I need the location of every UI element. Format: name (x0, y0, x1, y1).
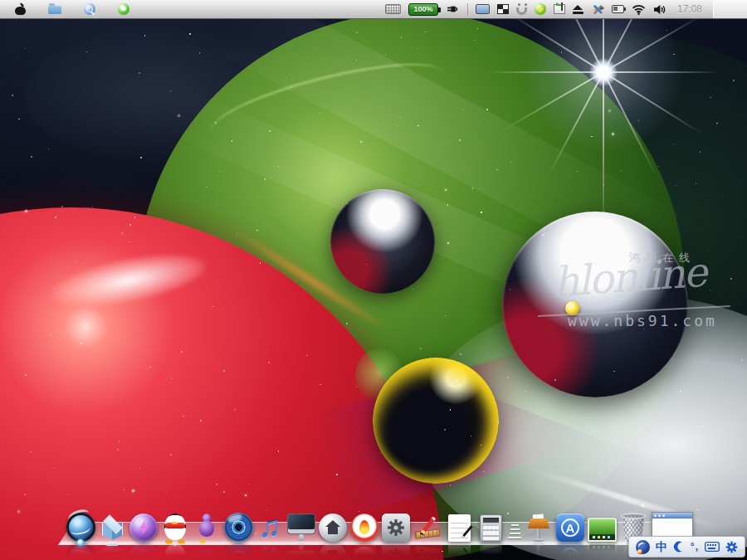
imac-icon (286, 514, 316, 542)
ime-chinese-mode[interactable]: 中 (656, 541, 667, 553)
battery-small-icon[interactable] (612, 5, 624, 13)
dock-item-purple-bird-app[interactable] (191, 502, 222, 542)
brush-input-icon[interactable] (591, 4, 604, 15)
messenger-icon[interactable] (118, 3, 129, 15)
spaces-grid-icon[interactable] (497, 4, 509, 14)
pencil-ruler-icon (413, 517, 442, 542)
running-app-indicator (77, 539, 84, 546)
dock-item-purple-orb-app[interactable] (128, 502, 159, 542)
menu-bar-left (0, 3, 129, 15)
magnet-icon[interactable] (516, 7, 527, 15)
virtualbox-cube-icon (101, 519, 123, 542)
finder-folder-icon[interactable] (48, 5, 61, 14)
lightning-bolt-icon (139, 520, 149, 535)
dock-item-disc-burner[interactable] (349, 502, 380, 542)
music-note-icon: ♫ (259, 509, 281, 543)
battery-percentage: 100% (413, 5, 432, 13)
flame-burner-icon (350, 514, 378, 542)
menu-bar: 100% (0, 0, 747, 19)
yellow-black-ball (373, 358, 499, 484)
textedit-paper-icon (448, 514, 471, 542)
dock-item-media-player[interactable] (222, 502, 254, 542)
menu-bar-status: 100% (385, 0, 747, 18)
dock-item-textedit[interactable] (443, 502, 475, 542)
settings-gear-icon[interactable] (725, 541, 738, 553)
software-update-icon[interactable] (535, 3, 546, 15)
dock-item-qq-messenger[interactable] (159, 502, 191, 542)
dock-item-virtualbox[interactable] (96, 502, 128, 542)
calculator-icon (480, 514, 502, 542)
desktop-screen: 鸿利在线 hlonline www.nbs91.com 100% (0, 0, 747, 560)
eject-icon[interactable] (573, 5, 583, 14)
dock-item-green-photo-folder[interactable] (586, 502, 618, 542)
purple-bird-icon (196, 514, 217, 542)
home-icon (319, 514, 347, 542)
dock-icons: ♫ (65, 502, 696, 542)
qq-penguin-icon (163, 512, 188, 542)
dock-item-imac-display[interactable] (286, 502, 317, 542)
dock-item-home[interactable] (317, 502, 349, 542)
apple-menu-icon[interactable] (15, 4, 26, 15)
keyboard-layout-icon[interactable] (385, 4, 401, 14)
keynote-podium-icon (526, 514, 551, 542)
green-landscape-icon (588, 518, 617, 542)
dock-item-itunes[interactable]: ♫ (254, 502, 286, 542)
battery-indicator[interactable]: 100% (408, 3, 438, 16)
media-disc-icon (224, 513, 253, 542)
app-store-icon: A (556, 514, 584, 542)
purple-orb-icon (129, 514, 158, 542)
chrome-ball-large (502, 212, 688, 397)
menu-divider (467, 3, 468, 15)
desktop-wallpaper: 鸿利在线 hlonline www.nbs91.com (0, 0, 747, 560)
dock-item-system-preferences[interactable] (380, 502, 412, 542)
dock-item-calculator[interactable] (475, 502, 506, 542)
dock-separator (506, 502, 523, 542)
input-flag-window-icon[interactable] (554, 4, 565, 14)
volume-icon[interactable] (653, 4, 666, 15)
menubar-endcap[interactable] (713, 0, 747, 18)
dock-item-blue-globe-app[interactable] (65, 502, 96, 542)
wifi-icon[interactable] (632, 4, 646, 15)
ime-punctuation[interactable]: °, (691, 542, 699, 552)
soft-keyboard-icon[interactable] (705, 542, 720, 552)
clock[interactable]: 17:08 (674, 3, 706, 15)
dock-item-pencil-ruler[interactable] (412, 502, 443, 542)
dock-item-app-store[interactable]: A (554, 502, 586, 542)
dock-item-keynote[interactable] (523, 502, 554, 542)
gears-icon (382, 514, 410, 542)
chrome-ball-small (330, 189, 435, 294)
quicktime-icon[interactable] (84, 3, 95, 15)
fullwidth-moon-icon[interactable] (673, 541, 685, 553)
display-prefs-icon[interactable] (476, 4, 490, 14)
ime-logo-icon[interactable] (636, 540, 650, 554)
input-method-bar: 中 °, (628, 536, 745, 558)
power-plug-icon[interactable] (446, 4, 460, 14)
small-yellow-ball (565, 301, 579, 315)
blue-globe-icon (66, 513, 95, 542)
